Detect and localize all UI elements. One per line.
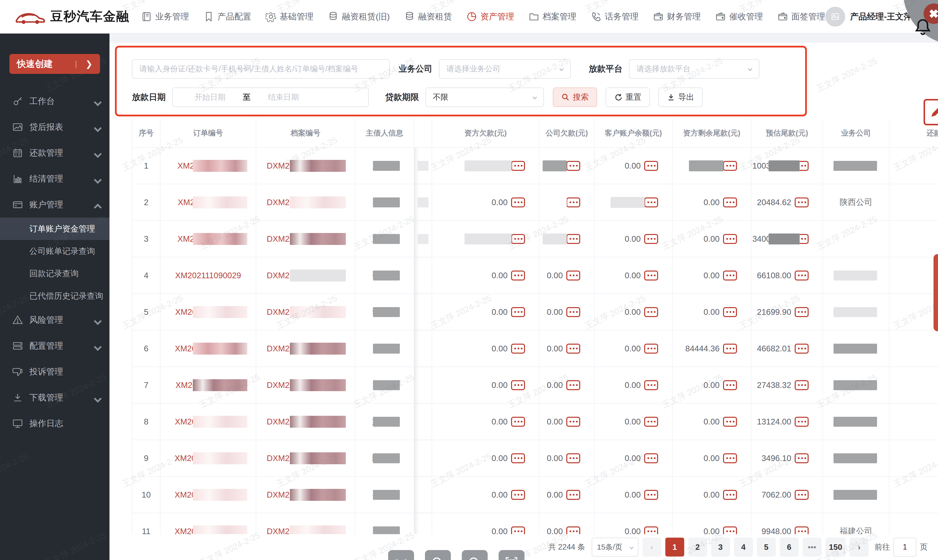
card-detail-icon[interactable]	[723, 234, 737, 244]
card-detail-icon[interactable]	[795, 307, 809, 317]
card-detail-icon[interactable]	[511, 197, 525, 208]
card-detail-icon[interactable]	[566, 161, 580, 171]
sidebar-subitem[interactable]: 订单账户资金管理	[0, 218, 109, 240]
card-detail-icon[interactable]	[644, 453, 658, 463]
card-detail-icon[interactable]	[723, 453, 737, 463]
card-detail-icon[interactable]	[511, 490, 525, 500]
card-detail-icon[interactable]	[566, 490, 580, 500]
card-detail-icon[interactable]	[644, 490, 658, 500]
quick-create-button[interactable]: 快速创建 | ❯	[9, 54, 100, 74]
sidebar-item[interactable]: 配置管理	[0, 333, 109, 359]
next-page-button[interactable]: ›	[850, 538, 869, 557]
card-detail-icon[interactable]	[511, 344, 525, 354]
page-button[interactable]: 1	[665, 538, 684, 557]
top-menu-item[interactable]: 资产管理	[466, 11, 514, 22]
zoom-reset-button[interactable]: 1:1	[388, 550, 414, 560]
card-detail-icon[interactable]	[511, 453, 525, 463]
page-size-select[interactable]: 15条/页	[591, 538, 638, 557]
search-button[interactable]: 搜索	[553, 88, 597, 107]
top-menu-item[interactable]: 融资租赁(旧)	[327, 11, 390, 22]
sidebar-item[interactable]: 下载管理	[0, 385, 109, 411]
card-detail-icon[interactable]	[723, 526, 737, 534]
sidebar-item[interactable]: 还款管理	[0, 140, 109, 166]
card-detail-icon[interactable]	[795, 344, 809, 354]
card-detail-icon[interactable]	[566, 417, 580, 427]
goto-page-input[interactable]	[893, 538, 916, 557]
sidebar-subitem[interactable]: 公司账单记录查询	[0, 240, 109, 262]
top-menu-item[interactable]: 财务管理	[653, 11, 701, 22]
card-detail-icon[interactable]	[795, 453, 809, 463]
page-button[interactable]: 2	[688, 538, 707, 557]
platform-select[interactable]: 请选择放款平台	[629, 59, 759, 78]
card-detail-icon[interactable]	[566, 234, 580, 244]
prev-page-button[interactable]: ‹	[642, 538, 661, 557]
card-detail-icon[interactable]	[644, 161, 658, 171]
loan-term-select[interactable]: 不限	[425, 88, 544, 107]
card-detail-icon[interactable]	[511, 417, 525, 427]
card-detail-icon[interactable]	[566, 271, 580, 280]
page-ellipsis[interactable]: •••	[802, 538, 822, 557]
card-detail-icon[interactable]	[511, 380, 525, 390]
card-detail-icon[interactable]	[644, 344, 658, 354]
reset-button[interactable]: 重置	[605, 88, 650, 107]
sidebar-item[interactable]: 投诉管理	[0, 359, 109, 385]
top-menu-item[interactable]: 产品配置	[203, 11, 251, 22]
card-detail-icon[interactable]	[723, 307, 737, 317]
sidebar-item[interactable]: 结清管理	[0, 166, 109, 192]
card-detail-icon[interactable]	[566, 453, 580, 463]
page-button[interactable]: 5	[757, 538, 776, 557]
loan-date-range-picker[interactable]: 开始日期 至 结束日期	[172, 88, 369, 107]
sidebar-item[interactable]: 贷后报表	[0, 114, 109, 140]
card-detail-icon[interactable]	[795, 526, 809, 534]
page-button[interactable]: 6	[780, 538, 799, 557]
avatar[interactable]	[825, 7, 845, 27]
card-detail-icon[interactable]	[723, 417, 737, 427]
keyword-search-input[interactable]	[139, 65, 382, 73]
card-detail-icon[interactable]	[566, 380, 580, 390]
top-menu-item[interactable]: 档案管理	[528, 11, 576, 22]
card-detail-icon[interactable]	[644, 271, 658, 280]
card-detail-icon[interactable]	[511, 271, 525, 280]
card-detail-icon[interactable]	[723, 380, 737, 390]
card-detail-icon[interactable]	[566, 344, 580, 354]
order-number-link[interactable]: XM202111090029	[175, 271, 241, 280]
keyword-search-field[interactable]	[132, 59, 390, 78]
top-menu-item[interactable]: 基础管理	[265, 11, 314, 22]
card-detail-icon[interactable]	[566, 307, 580, 317]
card-detail-icon[interactable]	[795, 197, 809, 208]
card-detail-icon[interactable]	[644, 417, 658, 427]
card-detail-icon[interactable]	[644, 380, 658, 390]
card-detail-icon[interactable]	[644, 307, 658, 317]
zoom-in-button[interactable]	[425, 550, 451, 560]
card-detail-icon[interactable]	[511, 234, 525, 244]
card-detail-icon[interactable]	[795, 490, 809, 500]
card-detail-icon[interactable]	[795, 380, 809, 390]
sidebar-item[interactable]: 操作日志	[0, 411, 109, 436]
top-menu-item[interactable]: 话务管理	[590, 11, 639, 22]
zoom-out-button[interactable]	[462, 550, 488, 560]
card-detail-icon[interactable]	[723, 344, 737, 354]
card-detail-icon[interactable]	[644, 234, 658, 244]
sidebar-item[interactable]: 风险管理	[0, 307, 109, 333]
floating-side-tab[interactable]	[933, 254, 938, 331]
card-detail-icon[interactable]	[795, 417, 809, 427]
card-detail-icon[interactable]	[723, 490, 737, 500]
card-detail-icon[interactable]	[566, 526, 580, 534]
card-detail-icon[interactable]	[795, 271, 809, 280]
page-button[interactable]: 3	[711, 538, 730, 557]
page-button[interactable]: 150	[826, 538, 846, 557]
card-detail-icon[interactable]	[723, 197, 737, 208]
top-menu-item[interactable]: 面签管理	[777, 11, 825, 22]
top-menu-item[interactable]: 业务管理	[141, 11, 189, 22]
card-detail-icon[interactable]	[723, 271, 737, 280]
top-menu-item[interactable]: 融资租赁	[404, 11, 452, 22]
card-detail-icon[interactable]	[511, 526, 525, 534]
export-button[interactable]: 导出	[658, 88, 702, 107]
edit-pencil-button[interactable]	[924, 99, 938, 125]
card-detail-icon[interactable]	[723, 161, 737, 171]
sidebar-subitem[interactable]: 回款记录查询	[0, 262, 109, 285]
fit-screen-button[interactable]	[499, 550, 524, 560]
company-select[interactable]: 请选择业务公司	[439, 59, 571, 78]
top-menu-item[interactable]: 催收管理	[715, 11, 763, 22]
card-detail-icon[interactable]	[644, 526, 658, 534]
